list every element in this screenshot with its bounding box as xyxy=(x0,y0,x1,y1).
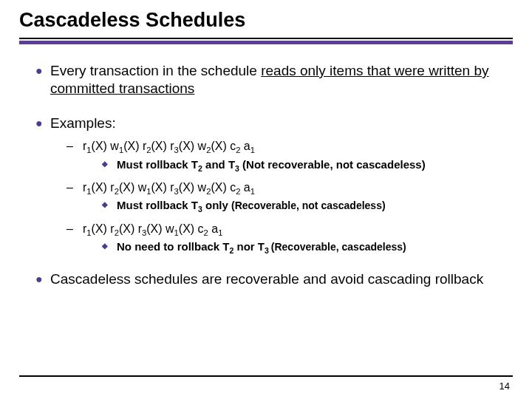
example-1-text: r1(X) w1(X) r2(X) r3(X) w2(X) c2 a1 xyxy=(83,138,255,154)
example-1-note: ◆ Must rollback T2 and T3 (Not recoverab… xyxy=(102,157,502,172)
diamond-icon: ◆ xyxy=(102,198,117,213)
dash-icon: – xyxy=(66,221,83,237)
example-3: – r1(X) r2(X) r3(X) w1(X) c2 a1 xyxy=(66,221,502,237)
def-prefix: Every transaction in the schedule xyxy=(50,63,261,78)
content-area: ● Every transaction in the schedule read… xyxy=(0,44,532,289)
rule-black xyxy=(19,38,513,39)
bullet-icon: ● xyxy=(35,115,50,132)
conclusion-text: Cascadeless schedules are recoverable an… xyxy=(50,270,502,288)
example-2: – r1(X) r2(X) w1(X) r3(X) w2(X) c2 a1 xyxy=(66,180,502,196)
note-3-text: No need to rollback T2 nor T3 (Recoverab… xyxy=(117,239,406,254)
diamond-icon: ◆ xyxy=(102,157,117,172)
diamond-icon: ◆ xyxy=(102,239,117,254)
footer-rule xyxy=(19,375,513,377)
bullet-text: Every transaction in the schedule reads … xyxy=(50,62,502,98)
slide-title: Cascadeless Schedules xyxy=(0,0,532,36)
bullet-definition: ● Every transaction in the schedule read… xyxy=(35,62,502,98)
note-2-text: Must rollback T3 only (Recoverable, not … xyxy=(117,198,386,213)
example-1: – r1(X) w1(X) r2(X) r3(X) w2(X) c2 a1 xyxy=(66,138,502,154)
bullet-conclusion: ● Cascadeless schedules are recoverable … xyxy=(35,270,502,288)
dash-icon: – xyxy=(66,138,83,154)
page-number: 14 xyxy=(499,381,510,392)
examples-list: – r1(X) w1(X) r2(X) r3(X) w2(X) c2 a1 ◆ … xyxy=(50,138,502,255)
dash-icon: – xyxy=(66,180,83,196)
example-2-text: r1(X) r2(X) w1(X) r3(X) w2(X) c2 a1 xyxy=(83,180,255,196)
example-2-note: ◆ Must rollback T3 only (Recoverable, no… xyxy=(102,198,502,213)
title-rules xyxy=(19,38,513,44)
example-3-note: ◆ No need to rollback T2 nor T3 (Recover… xyxy=(102,239,502,254)
note-1-text: Must rollback T2 and T3 (Not recoverable… xyxy=(117,157,426,172)
bullet-icon: ● xyxy=(35,62,50,98)
bullet-icon: ● xyxy=(35,270,50,288)
examples-label: Examples: xyxy=(50,115,502,132)
bullet-examples: ● Examples: xyxy=(35,115,502,132)
example-3-text: r1(X) r2(X) r3(X) w1(X) c2 a1 xyxy=(83,221,222,237)
